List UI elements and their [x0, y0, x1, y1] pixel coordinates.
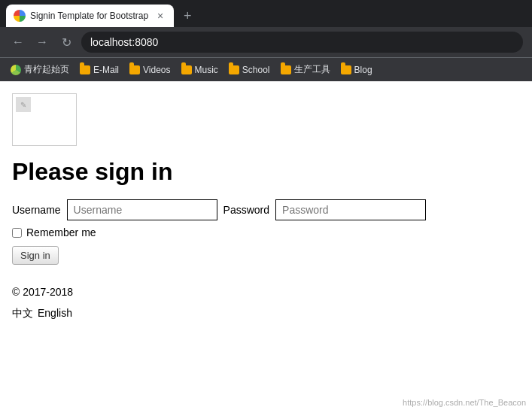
- active-tab[interactable]: Signin Template for Bootstrap ×: [6, 5, 174, 27]
- address-input[interactable]: [81, 32, 523, 53]
- language-row: 中文 English: [12, 307, 520, 320]
- lang-zh-link[interactable]: 中文: [12, 307, 33, 320]
- remember-me-checkbox[interactable]: [12, 228, 22, 238]
- logo-image: ✎: [12, 93, 77, 146]
- tab-favicon-icon: [14, 10, 26, 22]
- new-tab-button[interactable]: +: [177, 5, 198, 26]
- tab-bar: Signin Template for Bootstrap × +: [0, 0, 532, 27]
- bookmark-favicon-green-icon: [11, 65, 21, 75]
- password-input[interactable]: [275, 199, 426, 220]
- bookmark-folder-icon: [129, 65, 140, 74]
- footer-copyright: © 2017-2018: [12, 286, 520, 298]
- bookmark-qingju[interactable]: 青柠起始页: [6, 62, 74, 77]
- tab-close-button[interactable]: ×: [154, 10, 166, 22]
- signin-button[interactable]: Sign in: [12, 246, 59, 265]
- bookmark-qingju-label: 青柠起始页: [24, 63, 69, 76]
- bookmark-email[interactable]: E-Mail: [75, 63, 123, 77]
- address-bar: ← → ↻: [0, 27, 532, 57]
- forward-button[interactable]: →: [33, 33, 51, 51]
- bookmark-videos[interactable]: Videos: [125, 63, 175, 77]
- credentials-row: Username Password: [12, 199, 520, 220]
- browser-chrome: Signin Template for Bootstrap × + ← → ↻ …: [0, 0, 532, 81]
- bookmark-blog-label: Blog: [354, 65, 372, 75]
- broken-image-icon: ✎: [16, 97, 31, 112]
- bookmark-tools-label: 生产工具: [294, 63, 330, 76]
- bookmark-videos-label: Videos: [143, 65, 170, 75]
- bookmark-school-label: School: [242, 65, 270, 75]
- bookmarks-bar: 青柠起始页 E-Mail Videos Music School 生产工具 Bl…: [0, 57, 532, 81]
- remember-me-label: Remember me: [26, 226, 96, 238]
- bookmark-music[interactable]: Music: [177, 63, 223, 77]
- username-label: Username: [12, 204, 61, 216]
- lang-en-link[interactable]: English: [38, 307, 72, 320]
- tab-title: Signin Template for Bootstrap: [30, 11, 148, 21]
- page-content: ✎ Please sign in Username Password Remem…: [0, 81, 532, 397]
- back-button[interactable]: ←: [9, 33, 27, 51]
- reload-button[interactable]: ↻: [57, 33, 75, 51]
- bookmark-music-label: Music: [195, 65, 218, 75]
- bookmark-blog[interactable]: Blog: [336, 63, 377, 77]
- password-label: Password: [223, 204, 269, 216]
- bookmark-folder-icon: [181, 65, 192, 74]
- bookmark-tools[interactable]: 生产工具: [276, 62, 335, 77]
- bookmark-folder-icon: [341, 65, 351, 74]
- bookmark-school[interactable]: School: [224, 63, 275, 77]
- bookmark-folder-icon: [80, 65, 90, 74]
- signin-heading: Please sign in: [12, 158, 520, 186]
- bookmark-folder-icon: [229, 65, 239, 74]
- remember-me-row: Remember me: [12, 226, 520, 238]
- bookmark-folder-icon: [281, 65, 291, 74]
- username-input[interactable]: [67, 199, 217, 220]
- bookmark-email-label: E-Mail: [93, 65, 119, 75]
